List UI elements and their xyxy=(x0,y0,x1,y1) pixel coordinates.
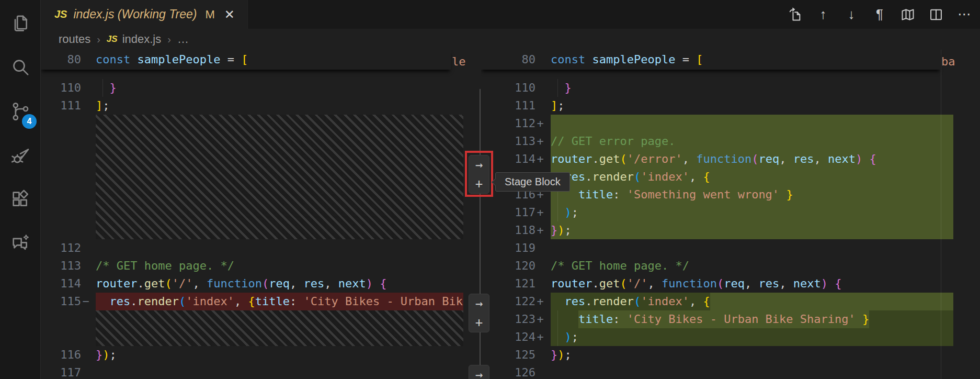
code-line-right-119: 119 xyxy=(481,239,980,257)
map-icon[interactable] xyxy=(899,6,916,23)
revert-block-button[interactable]: → xyxy=(469,365,489,379)
code-token: ) xyxy=(856,150,862,168)
code-line-content: const samplePeople = [ xyxy=(551,50,914,70)
diff-block-actions: → + xyxy=(469,365,489,379)
line-number: 119 xyxy=(481,239,535,257)
code-token: } xyxy=(96,346,102,364)
code-line-left-115: 115− res.render('index', {title: 'City B… xyxy=(41,293,465,310)
code-token: , xyxy=(290,275,304,293)
diff-line-marker xyxy=(535,364,545,379)
code-token: ; xyxy=(557,97,564,115)
code-token: ] xyxy=(551,97,557,115)
modified-badge: M xyxy=(206,8,215,21)
code-line-right-111: 111]; xyxy=(481,97,980,115)
show-whitespace-icon[interactable]: ¶ xyxy=(871,6,888,23)
code-line-right-112: 112+ xyxy=(481,115,980,132)
code-line-right-114: 114+router.get('/error', function(req, r… xyxy=(481,150,980,168)
code-token: , xyxy=(779,150,793,168)
diff-sash[interactable] xyxy=(480,89,481,379)
code-token: res xyxy=(303,275,324,293)
code-token: get xyxy=(599,150,620,168)
extensions-icon[interactable] xyxy=(0,181,41,218)
code-line-left-116: 116}); xyxy=(41,346,465,364)
code-token: { xyxy=(380,275,386,293)
run-and-debug-icon[interactable] xyxy=(0,137,41,174)
code-token: , xyxy=(745,275,759,293)
code-line-right-110: 110 } xyxy=(481,79,980,97)
breadcrumb-symbol[interactable]: … xyxy=(177,32,189,46)
code-line-content xyxy=(96,364,463,379)
diff-line-marker xyxy=(535,257,545,275)
diff-original-editor[interactable]: 110 }111];112113/* GET home page. */114r… xyxy=(41,50,465,379)
tab-bar: JS index.js (Working Tree) M ✕ ↑ ↓ ¶ ⋯ xyxy=(41,0,980,29)
breadcrumb-file[interactable]: index.js xyxy=(122,32,162,46)
code-line-content: title: 'City Bikes - Urban Bike Sharing'… xyxy=(551,310,953,328)
previous-change-icon[interactable]: ↑ xyxy=(815,6,831,23)
code-token: ( xyxy=(620,150,626,168)
code-token: samplePeople xyxy=(592,50,675,70)
code-line-content: ]; xyxy=(551,97,953,115)
chevron-right-icon: › xyxy=(97,34,100,46)
code-token: . xyxy=(585,168,592,186)
code-token: : xyxy=(613,186,627,204)
code-token: [ xyxy=(241,50,248,70)
code-token: } xyxy=(110,79,117,97)
code-token: /* GET home page. */ xyxy=(551,257,689,275)
diff-line-marker xyxy=(535,239,545,257)
code-line-content: ]; xyxy=(96,97,463,115)
code-line-left-117: 117 xyxy=(41,364,465,379)
stage-block-button[interactable]: + xyxy=(469,313,489,332)
code-token: , xyxy=(682,150,697,168)
code-token: render xyxy=(138,293,179,310)
sticky-scroll-line[interactable]: 80const samplePeople = [ xyxy=(481,50,940,70)
diff-line-marker xyxy=(81,97,90,115)
code-token: ( xyxy=(620,275,626,293)
code-token: ) xyxy=(557,221,564,239)
code-line-content: router.get('/error', function(req, res, … xyxy=(551,150,953,168)
code-token: } xyxy=(862,313,869,326)
code-line-content: const samplePeople = [ xyxy=(96,50,449,70)
line-number: 80 xyxy=(481,50,535,70)
code-line-right-118: 118+}); xyxy=(481,221,980,239)
diff-line-marker: + xyxy=(535,204,545,221)
code-token: router xyxy=(551,275,592,293)
diff-modified-editor[interactable]: 110 }111];112+113+// GET error page.114+… xyxy=(481,50,980,379)
code-token: ) xyxy=(102,346,109,364)
code-token: } xyxy=(551,221,557,239)
code-token: function xyxy=(662,275,717,293)
code-line-right-123: 123+ title: 'City Bikes - Urban Bike Sha… xyxy=(481,310,980,328)
code-token: ) xyxy=(565,328,572,346)
search-icon[interactable] xyxy=(0,49,41,86)
code-token: , xyxy=(689,293,703,310)
open-file-icon[interactable] xyxy=(787,6,803,23)
line-number: 110 xyxy=(481,79,535,97)
revert-block-button[interactable]: → xyxy=(469,294,489,313)
code-token xyxy=(373,275,380,293)
diff-hidden-region-hatch xyxy=(96,115,463,239)
code-token: res xyxy=(793,150,814,168)
code-line-content: // GET error page. xyxy=(551,132,953,150)
indent-guide xyxy=(557,204,558,221)
code-token: 'index' xyxy=(186,293,234,310)
diff-line-marker xyxy=(81,50,90,70)
indent-guide xyxy=(557,328,558,346)
sticky-scroll-line[interactable]: 80const samplePeople = [ xyxy=(41,50,451,70)
code-token xyxy=(779,186,786,204)
activity-bar: 4 xyxy=(0,0,41,379)
next-change-icon[interactable]: ↓ xyxy=(843,6,860,23)
line-number: 80 xyxy=(41,50,81,70)
code-token: , xyxy=(814,150,828,168)
line-number: 113 xyxy=(481,132,535,150)
breadcrumb-folder[interactable]: routes xyxy=(59,32,90,46)
code-line-content: res.render('index', {title: 'City Bikes … xyxy=(96,293,463,310)
source-control-icon[interactable]: 4 xyxy=(0,93,41,130)
diff-line-marker xyxy=(535,275,545,293)
tab-index-js[interactable]: JS index.js (Working Tree) M ✕ xyxy=(41,0,248,29)
close-tab-icon[interactable]: ✕ xyxy=(224,7,235,22)
line-number: 124 xyxy=(481,328,535,346)
code-token: , xyxy=(234,293,248,310)
split-editor-icon[interactable] xyxy=(928,6,944,23)
explorer-icon[interactable] xyxy=(0,5,41,42)
chat-icon[interactable] xyxy=(0,225,41,262)
more-actions-icon[interactable]: ⋯ xyxy=(956,6,973,23)
